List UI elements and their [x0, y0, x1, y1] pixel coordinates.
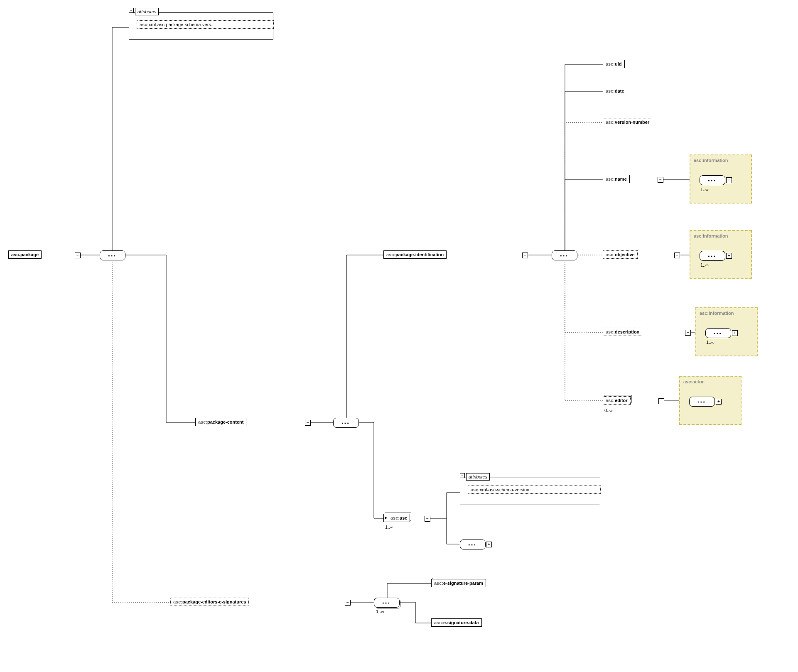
node-e-signature-param[interactable]: asc:e-signature-param	[431, 579, 486, 587]
seq-description-type	[705, 328, 731, 338]
expand-asc-asc[interactable]	[425, 516, 430, 522]
type-information-objective: asc:information 1..∞	[690, 230, 752, 279]
expand-editor-type[interactable]	[716, 399, 722, 405]
seq-editor-type	[689, 397, 715, 407]
expand-objective-type[interactable]	[726, 253, 732, 259]
type-actor-editor: asc:actor	[679, 376, 742, 425]
node-name[interactable]: asc:name	[603, 175, 630, 183]
attributes-label-1: attributes	[135, 8, 159, 15]
attributes-label-2: attributes	[466, 473, 490, 481]
node-uid[interactable]: asc:uid	[603, 60, 625, 68]
node-version-number[interactable]: asc:version-number	[603, 118, 652, 126]
card-editor: 0..∞	[604, 408, 613, 413]
sequence-root	[100, 250, 125, 260]
seq-objective-type	[700, 251, 725, 261]
attr-toggle-2[interactable]	[460, 473, 465, 478]
card-esig-seq: 1..∞	[376, 609, 384, 614]
expand-description[interactable]	[685, 330, 691, 336]
arrow-icon	[385, 516, 387, 520]
node-editor[interactable]: asc:editor	[603, 396, 631, 405]
expand-package-identification[interactable]	[522, 253, 528, 258]
expand-editor[interactable]	[658, 398, 664, 404]
attr-item-1: asc:xml-asc-package-schema-vers...	[137, 20, 274, 29]
node-package-identification[interactable]: asc:package-identification	[383, 250, 447, 259]
expand-name-type[interactable]	[726, 177, 732, 183]
expand-root[interactable]	[75, 253, 81, 258]
expand-description-type[interactable]	[732, 330, 738, 336]
type-information-name: asc:information 1..∞	[690, 155, 752, 204]
seq-name-type	[700, 175, 725, 185]
node-description[interactable]: asc:description	[603, 328, 642, 336]
node-package-content[interactable]: asc:package-content	[195, 418, 246, 426]
sequence-asc-asc-child	[460, 540, 486, 549]
expand-asc-child-seq[interactable]	[486, 542, 492, 547]
node-objective[interactable]: asc:objective	[603, 250, 638, 259]
type-information-description: asc:information 1..∞	[695, 307, 758, 356]
node-editors-e-signatures[interactable]: asc:package-editors-e-signatures	[170, 598, 249, 606]
card-asc-asc: 1..∞	[385, 525, 393, 530]
expand-package-content[interactable]	[305, 420, 311, 426]
attributes-box-2: attributes asc:xml-asc-schema-version	[460, 478, 600, 505]
sequence-editors-e-signatures	[374, 598, 400, 608]
sequence-package-content	[333, 418, 359, 428]
expand-name[interactable]	[658, 177, 663, 183]
attr-item-2: asc:xml-asc-schema-version	[468, 486, 601, 494]
connectors	[0, 0, 798, 672]
node-asc-package[interactable]: asc-package	[8, 250, 42, 259]
card-name: 1..∞	[700, 187, 709, 192]
node-e-signature-data[interactable]: asc:e-signature-data	[431, 618, 482, 627]
expand-objective[interactable]	[674, 253, 680, 258]
root-label: asc-package	[11, 252, 39, 257]
attr-toggle-1[interactable]	[129, 8, 134, 13]
node-date[interactable]: asc:date	[603, 87, 627, 95]
card-description: 1..∞	[706, 340, 715, 345]
node-asc-asc[interactable]: asc:asc	[383, 514, 410, 522]
card-objective: 1..∞	[700, 262, 709, 267]
attributes-box-1: attributes asc:xml-asc-package-schema-ve…	[129, 12, 273, 40]
sequence-package-identification	[552, 250, 577, 260]
expand-editors-e-signatures[interactable]	[345, 600, 351, 606]
